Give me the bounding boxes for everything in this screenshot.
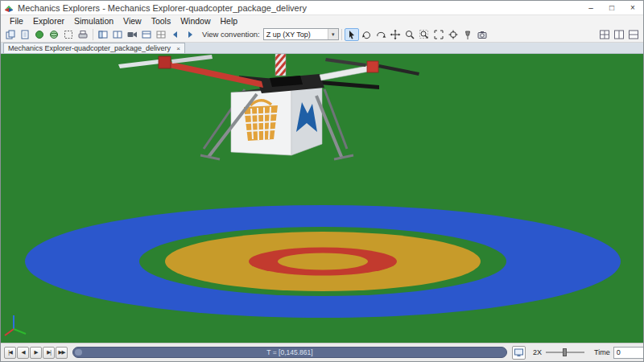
rotor-hub-left [159, 56, 171, 68]
tab-mechanics-explorer[interactable]: Mechanics Explorer-quadcopter_package_de… [3, 43, 185, 53]
play-button[interactable]: ▶ [30, 347, 42, 359]
print-icon[interactable] [76, 28, 90, 41]
view-convention-dropdown[interactable]: Z up (XY Top) ▾ [263, 28, 339, 40]
tab-close-icon[interactable]: × [176, 45, 180, 52]
step-back-icon: ◀ [22, 349, 25, 356]
fast-forward-icon: ▶▶ [59, 349, 65, 356]
title-bar: Mechanics Explorers - Mechanics Explorer… [1, 1, 643, 15]
step-forward-button[interactable]: ▶| [43, 347, 55, 359]
menu-bar: File Explorer Simulation View Tools Wind… [1, 15, 643, 27]
wire-sphere-icon[interactable] [47, 28, 61, 41]
roll-view-icon[interactable] [374, 28, 388, 41]
menu-explorer[interactable]: Explorer [28, 16, 69, 26]
step-back-button[interactable]: ◀ [17, 347, 29, 359]
menu-help[interactable]: Help [216, 16, 243, 26]
step-forward-icon: ▶| [47, 349, 51, 356]
view-forward-icon[interactable] [183, 28, 197, 41]
mechanics-explorer-window: Mechanics Explorers - Mechanics Explorer… [0, 0, 644, 362]
minimize-button[interactable]: – [580, 1, 601, 14]
toolbar-separator [93, 29, 93, 40]
zoom-view-icon[interactable] [402, 28, 417, 41]
app-icon [4, 3, 14, 13]
package-box [231, 85, 322, 155]
speed-value: 2X [533, 348, 542, 356]
zoom-region-icon[interactable] [417, 28, 431, 41]
time-input[interactable] [613, 347, 644, 359]
tab-label: Mechanics Explorer-quadcopter_package_de… [8, 44, 171, 52]
view-convention-label: View convention: [202, 30, 260, 39]
maximize-button[interactable]: □ [601, 1, 622, 14]
go-to-start-button[interactable]: |◀ [4, 347, 16, 359]
playback-bar: |◀ ◀ ▶ ▶| ▶▶ T = [0,145.861] 2X Time [1, 343, 643, 361]
pin-view-icon[interactable] [460, 28, 475, 41]
view-convention-value: Z up (XY Top) [266, 31, 311, 39]
striped-mast [275, 54, 286, 76]
viewport [1, 54, 644, 344]
3d-scene[interactable] [1, 54, 644, 344]
play-icon: ▶ [35, 349, 38, 356]
fit-to-view-icon[interactable] [431, 28, 446, 41]
go-to-start-icon: |◀ [8, 349, 12, 356]
monitor-icon [514, 348, 524, 358]
window-title: Mechanics Explorers - Mechanics Explorer… [18, 3, 307, 13]
tab-bar: Mechanics Explorer-quadcopter_package_de… [1, 43, 643, 54]
grid-view-icon[interactable] [154, 28, 168, 41]
look-at-point-icon[interactable] [446, 28, 460, 41]
speed-slider-thumb[interactable] [563, 348, 567, 356]
scrub-thumb[interactable] [75, 349, 82, 356]
display-button[interactable] [512, 346, 526, 360]
rotate-view-icon[interactable] [359, 28, 374, 41]
menu-simulation[interactable]: Simulation [69, 16, 118, 26]
menu-view[interactable]: View [118, 16, 147, 26]
speed-slider[interactable] [546, 347, 584, 358]
layout-grid-icon[interactable] [597, 28, 612, 41]
rotor-hub-right [367, 61, 378, 72]
time-range-text: T = [0,145.861] [266, 348, 312, 356]
close-button[interactable]: × [622, 1, 643, 14]
view-back-icon[interactable] [168, 28, 183, 41]
new-view-icon[interactable] [18, 28, 32, 41]
toolbar-separator [341, 29, 342, 40]
select-cursor-icon[interactable] [345, 28, 359, 41]
fast-forward-button[interactable]: ▶▶ [56, 347, 68, 359]
select-region-icon[interactable] [61, 28, 76, 41]
open-panel-icon[interactable] [96, 28, 110, 41]
camera-views-icon[interactable] [475, 28, 489, 41]
layout-horizontal-icon[interactable] [626, 28, 641, 41]
toolbar: View convention: Z up (XY Top) ▾ [1, 27, 643, 43]
solid-sphere-icon[interactable] [32, 28, 47, 41]
menu-tools[interactable]: Tools [147, 16, 176, 26]
time-label: Time [594, 348, 610, 356]
menu-file[interactable]: File [5, 16, 28, 26]
video-record-icon[interactable] [125, 28, 139, 41]
chevron-down-icon: ▾ [328, 29, 338, 39]
pan-view-icon[interactable] [388, 28, 402, 41]
split-panel-icon[interactable] [110, 28, 125, 41]
copy-view-icon[interactable] [3, 28, 18, 41]
layout-vertical-icon[interactable] [612, 28, 626, 41]
time-scrubber[interactable]: T = [0,145.861] [72, 347, 507, 358]
menu-window[interactable]: Window [175, 16, 215, 26]
panel-layout-icon[interactable] [139, 28, 154, 41]
landing-pad [25, 205, 621, 318]
